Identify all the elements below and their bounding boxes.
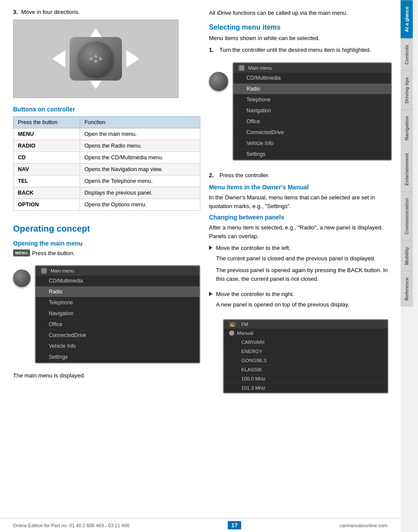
step2-text: Press the controller. — [219, 171, 270, 180]
fm-item-text: Manual — [237, 330, 253, 336]
main-menu-displayed-text: The main menu is displayed. — [13, 372, 200, 379]
right-controller-knob — [209, 72, 228, 91]
svg-text:📻: 📻 — [230, 322, 234, 327]
down-arrow-icon — [209, 329, 219, 337]
table-function-cell: Opens the Radio menu. — [80, 140, 200, 152]
screen-menu-item: Vehicle Info — [233, 138, 391, 149]
changing-panels-text: After a menu item is selected, e.g., "Ra… — [209, 223, 392, 240]
bullet1-sub1: The current panel is closed and the prev… — [216, 254, 392, 263]
bullet-triangle-2 — [209, 292, 212, 296]
table-function-cell: Displays the previous panel. — [80, 187, 200, 199]
right-screen-header-text: Main menu — [248, 65, 272, 71]
table-button-cell: OPTION — [13, 199, 80, 211]
menu-button-icon: MENU — [13, 249, 30, 256]
bullet1: Move the controller to the left. The cur… — [209, 244, 392, 286]
white-items-text: Menu items shown in white can be selecte… — [209, 34, 392, 43]
fm-header-text: FM — [241, 322, 248, 327]
screen-menu-item: CD/Multimedia — [36, 276, 199, 286]
screen-menu-item: Office — [233, 116, 391, 127]
controller-image — [13, 20, 179, 98]
sidebar-tab-communication[interactable]: Communication — [401, 192, 413, 240]
sidebar-tab-entertainment[interactable]: Entertainment — [401, 147, 413, 192]
fm-item: 100.0 MHz — [224, 374, 388, 384]
sidebar-tab-mobility[interactable]: Mobility — [401, 240, 413, 271]
screen-menu-item: Telephone — [36, 297, 199, 308]
table-function-cell: Opens the Navigation map view. — [80, 164, 200, 175]
press-button-text: Press the button. — [32, 250, 75, 256]
table-button-cell: TEL — [13, 175, 80, 187]
sidebar-tab-controls[interactable]: Controls — [401, 38, 413, 71]
table-button-cell: MENU — [13, 128, 80, 140]
screen-header-icon — [41, 268, 47, 274]
right-screen-header-icon — [239, 65, 245, 71]
fm-item: KLASSIK — [224, 365, 388, 374]
controller-knob — [78, 41, 113, 76]
sidebar-tab-at-a-glance[interactable]: At a glance — [401, 0, 413, 38]
svg-marker-0 — [94, 54, 98, 57]
svg-marker-3 — [99, 57, 103, 61]
step1-text: Turn the controller until the desired me… — [219, 46, 371, 54]
arrow-right-icon — [126, 50, 139, 67]
search-icon — [229, 330, 234, 336]
svg-rect-4 — [42, 269, 46, 273]
step2-num: 2. — [209, 171, 216, 180]
intro-text: All iDrive functions can be called up vi… — [209, 9, 392, 17]
step3-number: 3. — [13, 9, 18, 15]
fm-item: GONG96.3 — [224, 356, 388, 365]
table-function-cell: Opens the Options menu. — [80, 199, 200, 211]
svg-marker-2 — [89, 57, 92, 61]
owners-manual-heading: Menu items in the Owner's Manual — [209, 184, 392, 191]
bullet2-text: Move the controller to the right. — [216, 291, 294, 297]
selecting-heading: Selecting menu items — [209, 24, 392, 31]
table-function-cell: Opens the CD/Multimedia menu. — [80, 152, 200, 164]
screen-menu-item: Vehicle Info — [36, 341, 199, 352]
screen-menu-item: Radio — [36, 286, 199, 297]
fm-item: ENERGY — [224, 347, 388, 356]
svg-marker-1 — [94, 60, 98, 64]
table-button-cell: CD — [13, 152, 80, 164]
operating-concept-heading: Operating concept — [13, 224, 200, 234]
screen-menu-item: Telephone — [233, 94, 391, 105]
bullet2-sub: A new panel is opened on top of the prev… — [216, 300, 392, 309]
screen-menu-item: ConnectedDrive — [36, 330, 199, 341]
controller-knob-small — [13, 269, 30, 287]
page-number: 17 — [228, 521, 241, 529]
right-main-menu-screen: Main menu CD/MultimediaRadioTelephoneNav… — [233, 62, 392, 161]
sidebar-tab-reference[interactable]: Reference — [401, 271, 413, 306]
fm-screen: 📻 FM ManualCARIVARIENERGYGONG96.3KLASSIK… — [223, 319, 388, 394]
main-menu-screen: Main menu CD/MultimediaRadioTelephoneNav… — [35, 265, 200, 364]
fm-item: CARIVARI — [224, 338, 388, 347]
opening-main-menu-heading: Opening the main menu — [13, 240, 200, 247]
step3-text: Move in four directions. — [21, 9, 80, 15]
screen-menu-item: Office — [36, 319, 199, 330]
page-footer: Online Edition for Part no. 01 40 2 606 … — [0, 518, 401, 532]
bullet-triangle-1 — [209, 246, 212, 250]
arrow-left-icon — [52, 50, 65, 67]
screen-header-text: Main menu — [51, 268, 74, 273]
table-col2-header: Function — [80, 117, 200, 128]
fm-screen-container: 📻 FM ManualCARIVARIENERGYGONG96.3KLASSIK… — [209, 316, 392, 397]
screen-menu-item: Navigation — [36, 308, 199, 319]
button-table: Press the button Function MENUOpen the m… — [13, 116, 200, 211]
footer-left-text: Online Edition for Part no. 01 40 2 606 … — [13, 523, 129, 528]
table-button-cell: NAV — [13, 164, 80, 175]
sidebar-tab-navigation[interactable]: Navigation — [401, 109, 413, 146]
buttons-heading: Buttons on controller — [13, 106, 200, 113]
screen-menu-item: ConnectedDrive — [233, 127, 391, 138]
fm-item: 101.3 MHz — [224, 384, 388, 393]
footer-right-text: carmanualsonline.com — [340, 523, 388, 528]
sidebar-tab-driving-tips[interactable]: Driving tips — [401, 71, 413, 110]
changing-panels-heading: Changing between panels — [209, 214, 392, 221]
sidebar: At a glanceControlsDriving tipsNavigatio… — [401, 0, 418, 532]
table-function-cell: Open the main menu. — [80, 128, 200, 140]
svg-rect-5 — [239, 66, 244, 70]
screen-menu-item: CD/Multimedia — [233, 73, 391, 84]
owners-manual-text: In the Owner's Manual, menu items that c… — [209, 193, 392, 210]
bullet1-sub2: The previous panel is opened again by pr… — [216, 266, 392, 283]
table-button-cell: BACK — [13, 187, 80, 199]
table-col1-header: Press the button — [13, 117, 80, 128]
bullet1-text: Move the controller to the left. — [216, 245, 290, 251]
screen-menu-item: Settings — [233, 149, 391, 160]
bullet2: Move the controller to the right. A new … — [209, 290, 392, 312]
screen-menu-item: Settings — [36, 352, 199, 363]
